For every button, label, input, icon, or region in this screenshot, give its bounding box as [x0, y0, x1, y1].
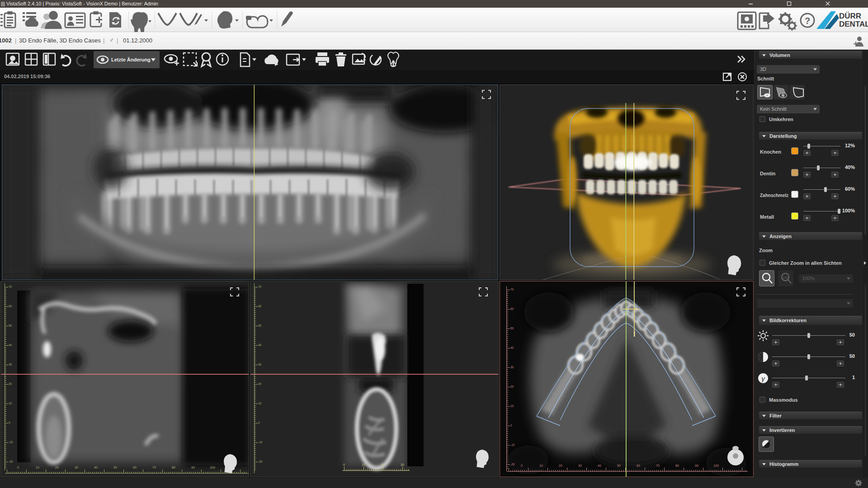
svg-text:80: 80 — [675, 464, 679, 467]
svg-text:0: 0 — [521, 464, 523, 467]
svg-text:50: 50 — [510, 327, 514, 330]
svg-text:0: 0 — [9, 421, 10, 424]
svg-text:50: 50 — [617, 464, 621, 467]
svg-text:60: 60 — [258, 305, 262, 308]
svg-text:40: 40 — [94, 466, 98, 469]
svg-text:60: 60 — [637, 464, 640, 467]
svg-text:60: 60 — [133, 466, 137, 469]
svg-text:70: 70 — [9, 285, 12, 288]
svg-text:0: 0 — [510, 424, 512, 427]
svg-text:100: 100 — [713, 464, 719, 467]
svg-text:70: 70 — [656, 464, 660, 467]
svg-text:-20: -20 — [258, 460, 263, 463]
svg-text:-10: -10 — [258, 441, 263, 444]
svg-text:20: 20 — [381, 463, 385, 466]
svg-text:20: 20 — [9, 382, 12, 385]
svg-text:DENTAL: DENTAL — [839, 20, 868, 28]
svg-text:30: 30 — [9, 363, 12, 366]
svg-text:10: 10 — [362, 463, 365, 466]
svg-text:40: 40 — [510, 346, 514, 349]
svg-text:10: 10 — [9, 402, 12, 405]
svg-text:-10: -10 — [9, 441, 13, 444]
svg-text:10: 10 — [258, 402, 262, 405]
svg-text:20: 20 — [559, 464, 562, 467]
svg-text:60: 60 — [510, 307, 514, 310]
svg-text:10: 10 — [36, 466, 39, 469]
svg-text:Letzte Änderung: Letzte Änderung — [111, 57, 151, 62]
svg-text:0: 0 — [17, 466, 19, 469]
svg-text:0: 0 — [258, 421, 260, 424]
svg-text:30: 30 — [401, 463, 404, 466]
svg-text:40: 40 — [258, 343, 262, 347]
svg-text:80: 80 — [172, 466, 175, 469]
svg-text:-20: -20 — [9, 460, 13, 463]
svg-text:90: 90 — [695, 464, 698, 467]
svg-text:10: 10 — [510, 404, 514, 408]
svg-text:30: 30 — [578, 464, 582, 467]
svg-text:70: 70 — [152, 466, 156, 469]
svg-text:30: 30 — [510, 366, 514, 369]
svg-text:100: 100 — [210, 466, 215, 469]
svg-text:90: 90 — [191, 466, 195, 469]
svg-text:-20: -20 — [510, 463, 515, 466]
svg-text:10: 10 — [539, 464, 543, 467]
svg-text:?: ? — [805, 16, 810, 26]
svg-text:20: 20 — [258, 382, 262, 385]
svg-text:60: 60 — [9, 305, 12, 308]
svg-text:50: 50 — [113, 466, 117, 469]
svg-text:DÜRR: DÜRR — [839, 12, 861, 20]
svg-text:20: 20 — [510, 385, 514, 388]
svg-text:50: 50 — [258, 324, 262, 327]
svg-text:30: 30 — [258, 363, 262, 366]
svg-text:-10: -10 — [510, 443, 515, 446]
svg-text:100: 100 — [783, 276, 788, 279]
svg-text:40: 40 — [9, 343, 12, 347]
svg-text:0: 0 — [343, 463, 345, 466]
svg-text:30: 30 — [75, 466, 78, 469]
svg-text:40: 40 — [598, 464, 601, 467]
svg-text:70: 70 — [510, 288, 514, 291]
svg-text:70: 70 — [258, 285, 262, 288]
svg-text:20: 20 — [55, 466, 59, 469]
svg-text:50: 50 — [9, 324, 12, 327]
